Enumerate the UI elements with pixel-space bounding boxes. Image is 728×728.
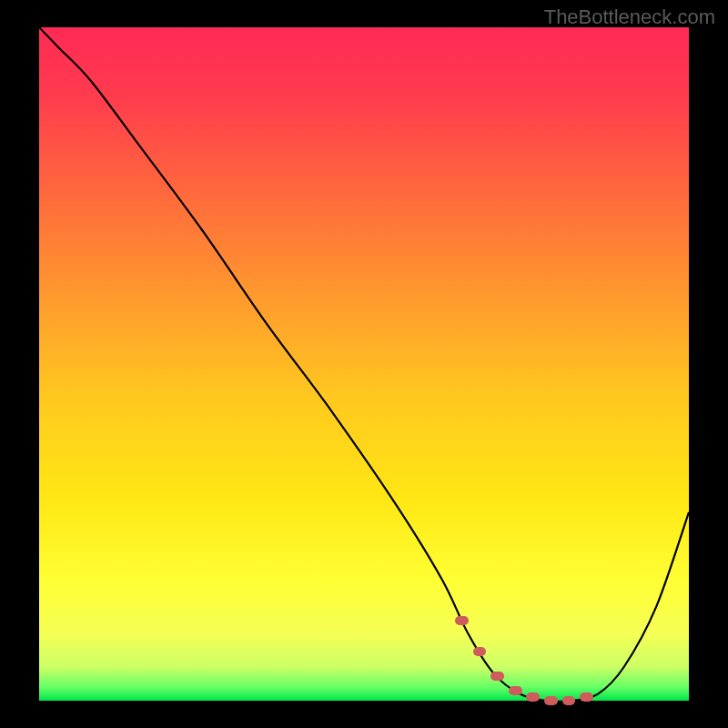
optimal-range-marker: [455, 690, 598, 701]
marker-segment: [580, 693, 593, 702]
bottleneck-curve: [39, 27, 689, 701]
marker-segment: [509, 686, 522, 695]
plot-area: [39, 27, 689, 701]
marker-segment: [455, 616, 469, 625]
marker-segment: [490, 672, 504, 681]
marker-segment: [544, 696, 558, 705]
marker-segment: [473, 647, 487, 656]
watermark-text: TheBottleneck.com: [544, 5, 715, 29]
marker-segment: [526, 693, 540, 702]
marker-segment: [562, 696, 576, 705]
